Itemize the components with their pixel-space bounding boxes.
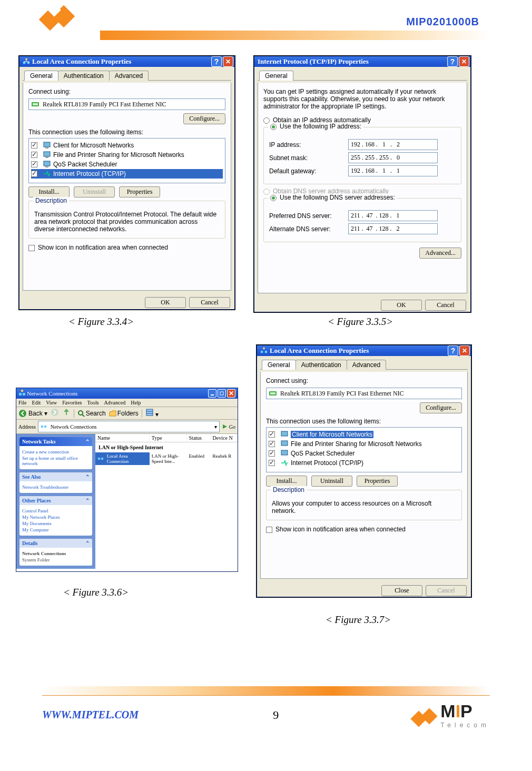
tab-general[interactable]: General [262, 360, 296, 370]
task-item[interactable]: My Network Places [22, 515, 90, 520]
install-button[interactable]: Install... [266, 476, 307, 487]
show-icon-checkbox[interactable] [28, 245, 35, 251]
search-button[interactable]: Search [77, 410, 106, 417]
list-item[interactable]: QoS Packet Scheduler [31, 160, 223, 169]
preferred-dns-input[interactable] [348, 210, 438, 221]
ip-address-input[interactable] [348, 139, 438, 150]
list-item[interactable]: File and Printer Sharing for Microsoft N… [31, 150, 223, 160]
views-button[interactable]: ▾ [145, 408, 159, 418]
subnet-mask-input[interactable] [348, 152, 438, 163]
list-item-selected[interactable]: Client for Microsoft Networks [269, 430, 459, 439]
menu-view[interactable]: View [46, 400, 57, 406]
radio-use-ip[interactable] [270, 124, 277, 130]
uses-label: This connection uses the following items… [28, 128, 225, 136]
close-dialog-button[interactable]: Close [381, 585, 422, 596]
ok-button[interactable]: OK [381, 300, 422, 311]
close-button[interactable] [223, 56, 233, 67]
column-headers[interactable]: Name Type Status Device N [95, 434, 238, 442]
task-item[interactable]: Network Troubleshooter [22, 485, 90, 490]
back-button[interactable]: Back ▾ [18, 409, 47, 418]
tab-authentication[interactable]: Authentication [295, 360, 347, 370]
minimize-button[interactable] [208, 389, 216, 398]
cancel-button[interactable]: Cancel [425, 300, 466, 311]
task-item[interactable]: My Documents [22, 521, 90, 526]
tab-authentication[interactable]: Authentication [58, 71, 110, 81]
description-legend: Description [271, 486, 307, 493]
checkbox-icon[interactable] [269, 460, 275, 466]
task-item[interactable]: My Computer [22, 527, 90, 532]
close-button[interactable] [459, 345, 470, 356]
preferred-dns-label: Preferred DNS server: [269, 212, 348, 220]
svg-rect-9 [44, 161, 50, 166]
menu-advanced[interactable]: Advanced [104, 400, 126, 406]
list-item[interactable]: QoS Packet Scheduler [269, 449, 459, 458]
nic-icon [269, 389, 277, 398]
install-button[interactable]: Install... [28, 186, 70, 197]
properties-button[interactable]: Properties [357, 476, 398, 487]
adapter-name: Realtek RTL8139 Family PCI Fast Ethernet… [43, 101, 166, 108]
maximize-button[interactable] [218, 389, 226, 398]
menu-tools[interactable]: Tools [87, 400, 99, 406]
svg-rect-34 [281, 450, 288, 455]
checkbox-icon[interactable] [31, 142, 37, 149]
go-button[interactable]: Go [222, 423, 235, 430]
radio-use-dns[interactable] [270, 195, 277, 201]
cancel-button[interactable]: Cancel [189, 297, 230, 308]
uninstall-button[interactable]: Uninstall [311, 476, 352, 487]
close-button[interactable] [459, 56, 469, 67]
help-button[interactable] [447, 56, 458, 67]
configure-button[interactable]: Configure... [420, 402, 462, 413]
svg-rect-20 [146, 409, 153, 416]
connections-list[interactable]: Name Type Status Device N LAN or High-Sp… [95, 434, 238, 569]
task-item[interactable]: Create a new connection [22, 449, 90, 454]
task-header-other[interactable]: Other Places⌃ [19, 496, 92, 505]
show-icon-checkbox[interactable] [266, 527, 272, 533]
menubar[interactable]: File Edit View Favorites Tools Advanced … [16, 399, 238, 407]
list-item[interactable]: Client for Microsoft Networks [31, 141, 223, 150]
address-bar[interactable]: Network Connections ▾ [38, 421, 220, 432]
task-item[interactable]: Set up a home or small office network [22, 456, 90, 466]
menu-favorites[interactable]: Favorites [62, 400, 82, 406]
list-item[interactable]: Internet Protocol (TCP/IP) [269, 458, 459, 468]
checkbox-icon[interactable] [269, 431, 275, 438]
tab-general[interactable]: General [24, 71, 58, 81]
gateway-input[interactable] [348, 165, 438, 176]
network-icon [260, 347, 268, 354]
checkbox-icon[interactable] [31, 161, 37, 167]
lan-properties-dialog-2: Local Area Connection Properties General… [257, 345, 471, 597]
alternate-dns-input[interactable] [348, 223, 438, 234]
components-listbox[interactable]: Client for Microsoft Networks File and P… [266, 427, 462, 472]
menu-edit[interactable]: Edit [32, 400, 41, 406]
titlebar[interactable]: Internet Protocol (TCP/IP) Properties [254, 56, 470, 67]
up-button[interactable] [62, 408, 71, 418]
properties-button[interactable]: Properties [119, 186, 160, 197]
titlebar[interactable]: Local Area Connection Properties [19, 56, 234, 67]
tab-advanced[interactable]: Advanced [109, 71, 149, 81]
advanced-button[interactable]: Advanced... [419, 248, 461, 259]
checkbox-icon[interactable] [269, 441, 275, 447]
task-header-seealso[interactable]: See Also⌃ [19, 472, 92, 481]
checkbox-icon[interactable] [269, 450, 275, 457]
tab-general[interactable]: General [259, 71, 293, 81]
task-header-network[interactable]: Network Tasks⌃ [19, 437, 92, 446]
close-button[interactable] [227, 389, 235, 398]
help-button[interactable] [211, 56, 222, 67]
list-item-selected[interactable]: Internet Protocol (TCP/IP) [31, 169, 223, 179]
components-listbox[interactable]: Client for Microsoft Networks File and P… [28, 138, 225, 183]
menu-file[interactable]: File [18, 400, 27, 406]
list-item[interactable]: File and Printer Sharing for Microsoft N… [269, 439, 459, 449]
tab-advanced[interactable]: Advanced [347, 360, 386, 370]
task-item[interactable]: Control Panel [22, 508, 90, 513]
ok-button[interactable]: OK [145, 297, 186, 308]
titlebar[interactable]: Network Connections [16, 388, 238, 399]
intro-text: You can get IP settings assigned automat… [263, 88, 461, 110]
configure-button[interactable]: Configure... [183, 113, 225, 124]
checkbox-icon[interactable] [31, 152, 37, 158]
connection-row[interactable]: Local Area Connection LAN or High-Speed … [95, 452, 238, 465]
menu-help[interactable]: Help [131, 400, 141, 406]
task-header-details[interactable]: Details⌃ [19, 539, 92, 548]
folders-button[interactable]: Folders [109, 410, 139, 417]
titlebar[interactable]: Local Area Connection Properties [257, 345, 471, 356]
checkbox-icon[interactable] [31, 171, 37, 177]
help-button[interactable] [448, 345, 458, 356]
